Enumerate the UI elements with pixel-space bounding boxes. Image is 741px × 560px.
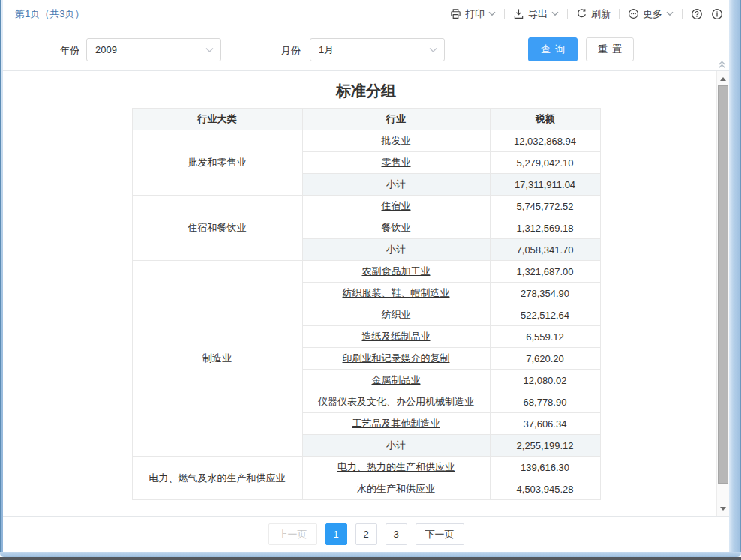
amount-cell: 5,279,042.10 xyxy=(490,152,600,174)
industry-cell[interactable]: 餐饮业 xyxy=(302,217,490,239)
industry-cell[interactable]: 印刷业和记录媒介的复制 xyxy=(302,348,490,370)
window-border-right xyxy=(729,0,741,552)
double-chevron-up-icon xyxy=(717,60,727,70)
year-label: 年份 xyxy=(60,44,80,58)
ellipsis-circle-icon xyxy=(628,8,639,19)
industry-link[interactable]: 餐饮业 xyxy=(382,222,411,233)
industry-link[interactable]: 住宿业 xyxy=(382,200,411,211)
industry-link[interactable]: 批发业 xyxy=(382,135,411,146)
query-button[interactable]: 查询 xyxy=(528,37,578,61)
industry-link[interactable]: 水的生产和供应业 xyxy=(357,483,435,494)
export-button[interactable]: 导出 xyxy=(513,7,559,21)
category-cell: 住宿和餐饮业 xyxy=(132,196,302,261)
taskbar-edge xyxy=(0,557,741,560)
industry-link[interactable]: 农副食品加工业 xyxy=(362,265,430,277)
page-button-3[interactable]: 3 xyxy=(386,523,407,545)
industry-cell[interactable]: 农副食品加工业 xyxy=(302,261,490,283)
toolbar-divider xyxy=(504,9,505,19)
collapse-filter-button[interactable] xyxy=(717,60,727,70)
report-table-body: 批发和零售业批发业12,032,868.94零售业5,279,042.10小计1… xyxy=(132,130,600,500)
help-button[interactable] xyxy=(691,8,703,20)
toolbar-divider xyxy=(682,9,682,19)
table-header-row: 行业大类 行业 税额 xyxy=(132,109,600,130)
toolbar: 第1页（共3页） 打印 xyxy=(3,0,729,28)
amount-cell: 7,620.20 xyxy=(490,348,600,370)
report-content: 第1页（共3页） 打印 xyxy=(3,0,729,552)
industry-cell[interactable]: 零售业 xyxy=(302,152,490,174)
industry-cell[interactable]: 金属制品业 xyxy=(302,370,490,391)
chevron-down-icon xyxy=(551,11,559,16)
next-page-button[interactable]: 下一页 xyxy=(416,523,464,545)
refresh-label: 刷新 xyxy=(591,7,610,21)
month-select[interactable]: 1月 xyxy=(310,38,445,61)
amount-cell: 6,559.12 xyxy=(490,326,600,348)
industry-link[interactable]: 电力、热力的生产和供应业 xyxy=(338,461,454,472)
amount-cell: 68,778.90 xyxy=(490,391,600,413)
chevron-down-icon xyxy=(429,47,437,53)
amount-cell: 4,503,945.28 xyxy=(490,478,600,500)
page-button-2[interactable]: 2 xyxy=(356,523,377,545)
toolbar-divider xyxy=(619,9,620,19)
month-label: 月份 xyxy=(281,44,301,58)
query-label: 查询 xyxy=(541,43,569,56)
category-cell: 批发和零售业 xyxy=(132,130,302,196)
print-button[interactable]: 打印 xyxy=(450,7,496,21)
industry-cell[interactable]: 批发业 xyxy=(302,130,490,152)
industry-cell[interactable]: 仪器仪表及文化、办公用机械制造业 xyxy=(302,391,490,413)
amount-cell: 7,058,341.70 xyxy=(490,239,600,261)
chevron-down-icon xyxy=(488,11,496,16)
scrollbar-thumb[interactable] xyxy=(718,85,728,484)
reset-button[interactable]: 重置 xyxy=(586,37,634,61)
vertical-scrollbar[interactable] xyxy=(716,71,729,516)
column-header-industry: 行业 xyxy=(302,109,490,130)
industry-link[interactable]: 印刷业和记录媒介的复制 xyxy=(343,352,450,364)
industry-cell[interactable]: 造纸及纸制品业 xyxy=(302,326,490,348)
industry-cell[interactable]: 纺织业 xyxy=(302,304,490,326)
industry-link[interactable]: 纺织服装、鞋、帽制造业 xyxy=(343,287,450,298)
table-row: 电力、燃气及水的生产和供应业电力、热力的生产和供应业139,616.30 xyxy=(132,457,600,478)
subtotal-label-cell: 小计 xyxy=(302,239,490,261)
industry-link[interactable]: 工艺品及其他制造业 xyxy=(352,418,440,429)
page-button-1[interactable]: 1 xyxy=(326,523,347,545)
industry-cell[interactable]: 纺织服装、鞋、帽制造业 xyxy=(302,283,490,304)
industry-link[interactable]: 纺织业 xyxy=(382,309,411,320)
report-area: 标准分组 行业大类 行业 税额 批发和零售业批发业12,032,868.94零售… xyxy=(3,71,729,516)
amount-cell: 5,745,772.52 xyxy=(490,196,600,217)
year-value: 2009 xyxy=(95,44,117,55)
amount-cell: 12,080.02 xyxy=(490,370,600,391)
industry-link[interactable]: 造纸及纸制品业 xyxy=(362,331,430,342)
amount-cell: 1,312,569.18 xyxy=(490,217,600,239)
year-select[interactable]: 2009 xyxy=(86,38,221,61)
filter-bar: 年份 2009 月份 1月 查询 重置 xyxy=(3,28,729,71)
amount-cell: 278,354.90 xyxy=(490,283,600,304)
scroll-up-arrow[interactable] xyxy=(717,73,729,85)
refresh-icon xyxy=(576,8,587,19)
chevron-down-icon xyxy=(666,11,674,16)
report-window: 第1页（共3页） 打印 xyxy=(0,0,741,560)
amount-cell: 17,311,911.04 xyxy=(490,174,600,196)
industry-cell[interactable]: 住宿业 xyxy=(302,196,490,217)
more-button[interactable]: 更多 xyxy=(628,7,674,21)
question-circle-icon xyxy=(691,8,703,20)
toolbar-divider xyxy=(567,9,568,19)
amount-cell: 522,512.64 xyxy=(490,304,600,326)
industry-cell[interactable]: 电力、热力的生产和供应业 xyxy=(302,457,490,478)
prev-page-button[interactable]: 上一页 xyxy=(268,523,317,545)
industry-link[interactable]: 零售业 xyxy=(382,157,411,168)
subtotal-label-cell: 小计 xyxy=(302,435,490,457)
table-row: 制造业农副食品加工业1,321,687.00 xyxy=(132,261,600,283)
scroll-down-arrow[interactable] xyxy=(717,502,729,514)
info-button[interactable] xyxy=(711,8,723,20)
industry-link[interactable]: 金属制品业 xyxy=(372,374,421,385)
reset-label: 重置 xyxy=(598,43,626,56)
printer-icon xyxy=(450,8,461,19)
info-circle-icon xyxy=(711,8,723,20)
amount-cell: 139,616.30 xyxy=(490,457,600,478)
refresh-button[interactable]: 刷新 xyxy=(576,7,610,21)
amount-cell: 37,606.34 xyxy=(490,413,600,435)
amount-cell: 2,255,199.12 xyxy=(490,435,600,457)
industry-cell[interactable]: 水的生产和供应业 xyxy=(302,478,490,500)
industry-link[interactable]: 仪器仪表及文化、办公用机械制造业 xyxy=(318,396,474,407)
industry-cell[interactable]: 工艺品及其他制造业 xyxy=(302,413,490,435)
export-label: 导出 xyxy=(528,7,548,21)
